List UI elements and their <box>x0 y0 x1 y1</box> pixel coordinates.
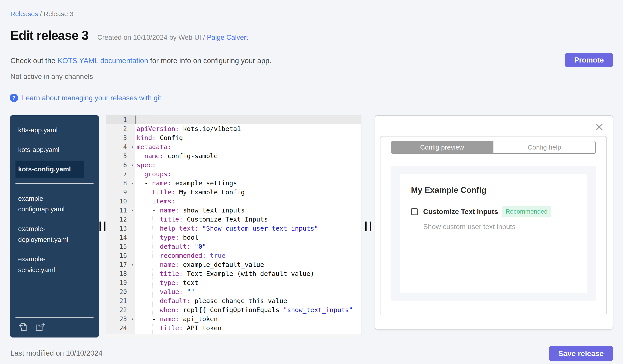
file-tab-example-service.yaml[interactable]: example-service.yaml <box>16 250 84 279</box>
code-line-text[interactable]: title: Customize Text Inputs <box>135 215 361 224</box>
fold-arrow-icon[interactable]: ▾ <box>131 142 134 152</box>
line-number: 21 <box>106 296 135 305</box>
release-editor-area: k8s-app.yamlkots-app.yamlkots-config.yam… <box>10 115 613 338</box>
code-line-text[interactable]: title: API token <box>135 324 361 333</box>
file-tab-kots-config.yaml[interactable]: kots-config.yaml <box>16 161 84 178</box>
line-number: 8▾ <box>106 179 135 188</box>
code-line-text[interactable]: when: repl{{ ConfigOptionEquals "show_te… <box>135 305 361 315</box>
code-line-text[interactable]: default: "0" <box>135 242 361 251</box>
code-line-text[interactable]: - name: example_settings <box>135 179 361 188</box>
code-line: 7 groups: <box>106 170 361 179</box>
text-cursor <box>135 116 136 124</box>
code-line-text[interactable]: apiVersion: kots.io/v1beta1 <box>135 124 361 133</box>
file-tab-example-deployment.yaml[interactable]: example-deployment.yaml <box>16 220 84 248</box>
line-number: 12 <box>106 215 135 224</box>
code-line-text[interactable]: spec: <box>135 161 361 170</box>
indent-guide <box>152 251 153 260</box>
fold-arrow-icon[interactable]: ▾ <box>131 179 134 188</box>
file-tab-example-configmap.yaml[interactable]: example-configmap.yaml <box>16 190 84 218</box>
line-number: 11▾ <box>106 206 135 215</box>
line-number: 23▾ <box>106 315 135 324</box>
file-tab-k8s-app.yaml[interactable]: k8s-app.yaml <box>16 121 84 139</box>
author-link[interactable]: Paige Calvert <box>207 34 248 41</box>
indent-guide <box>152 305 153 315</box>
code-line-text[interactable]: - name: show_text_inputs <box>135 206 361 215</box>
code-line-text[interactable]: groups: <box>135 170 361 179</box>
breadcrumb-separator: / <box>38 10 44 18</box>
file-tab-kots-app.yaml[interactable]: kots-app.yaml <box>16 141 84 159</box>
close-icon[interactable] <box>595 123 604 132</box>
line-number: 10 <box>106 197 135 206</box>
tab-config-help[interactable]: Config help <box>493 141 596 154</box>
fold-arrow-icon[interactable]: ▾ <box>131 315 134 324</box>
breadcrumb: Releases / Release 3 <box>10 10 73 18</box>
fold-arrow-icon[interactable]: ▾ <box>131 161 134 170</box>
customize-text-inputs-checkbox[interactable] <box>411 208 418 215</box>
code-line-text[interactable]: - name: example_default_value <box>135 260 361 269</box>
config-item-help-text: Show custom user text inputs <box>423 223 576 231</box>
created-text: Created on 10/10/2024 by Web UI / <box>97 34 205 41</box>
line-number: 4▾ <box>106 142 135 152</box>
line-number: 22 <box>106 305 135 315</box>
code-line-text[interactable]: default: please change this value <box>135 296 361 305</box>
doc-suffix: for more info on configuring your app. <box>148 57 271 65</box>
git-releases-help-link[interactable]: Learn about managing your releases with … <box>22 94 161 102</box>
code-line: 9 title: My Example Config <box>106 188 361 197</box>
code-line: 4▾metadata: <box>106 142 361 152</box>
code-line-text[interactable]: value: "" <box>135 287 361 296</box>
left-resize-gap <box>99 115 106 338</box>
last-modified-text: Last modified on 10/10/2024 <box>10 349 102 357</box>
code-line: 24 title: API token <box>106 324 361 333</box>
promote-button[interactable]: Promote <box>565 53 613 67</box>
tab-config-preview[interactable]: Config preview <box>391 141 493 154</box>
code-line: 16 recommended: true <box>106 251 361 260</box>
code-line-text[interactable]: title: My Example Config <box>135 188 361 197</box>
fold-arrow-icon[interactable]: ▾ <box>131 260 134 269</box>
code-line-text[interactable]: metadata: <box>135 142 361 152</box>
code-line-text[interactable]: help_text: "Show custom user text inputs… <box>135 224 361 233</box>
fold-arrow-icon[interactable]: ▾ <box>131 206 134 215</box>
kots-yaml-doc-link[interactable]: KOTS YAML documentation <box>58 57 148 65</box>
line-number: 6▾ <box>106 161 135 170</box>
file-list-divider <box>16 183 93 184</box>
code-line-text[interactable]: kind: Config <box>135 133 361 142</box>
left-drag-handle[interactable] <box>99 222 106 231</box>
config-render-area: My Example Config Customize Text Inputs … <box>391 166 596 301</box>
code-line-text[interactable]: title: Text Example (with default value) <box>135 269 361 278</box>
title-row: Edit release 3 Created on 10/10/2024 by … <box>10 28 248 43</box>
indent-guide <box>152 233 153 242</box>
line-number: 5 <box>106 152 135 161</box>
code-line-text[interactable]: - name: api_token <box>135 315 361 324</box>
yaml-code-editor[interactable]: 1---2apiVersion: kots.io/v1beta13kind: C… <box>106 115 361 338</box>
code-line-text[interactable]: items: <box>135 197 361 206</box>
code-line-text[interactable]: type: text <box>135 278 361 287</box>
line-number: 20 <box>106 287 135 296</box>
code-line: 11▾ - name: show_text_inputs <box>106 206 361 215</box>
indent-guide <box>152 224 153 233</box>
code-line-text[interactable]: --- <box>135 115 361 124</box>
code-line-text[interactable]: type: bool <box>135 233 361 242</box>
code-line-text[interactable]: recommended: true <box>135 251 361 260</box>
indent-guide <box>152 215 153 224</box>
right-drag-handle[interactable] <box>365 222 371 231</box>
git-help-row: ? Learn about managing your releases wit… <box>10 94 161 102</box>
page-title: Edit release 3 <box>10 28 89 43</box>
line-number: 9 <box>106 188 135 197</box>
created-meta: Created on 10/10/2024 by Web UI / Paige … <box>97 34 248 41</box>
breadcrumb-releases-link[interactable]: Releases <box>10 10 38 18</box>
config-item-label[interactable]: Customize Text Inputs <box>423 208 498 216</box>
code-line: 22 when: repl{{ ConfigOptionEquals "show… <box>106 305 361 315</box>
line-number: 14 <box>106 233 135 242</box>
save-release-button[interactable]: Save release <box>549 346 613 361</box>
indent-guide <box>152 242 153 251</box>
file-tree-footer <box>16 317 93 338</box>
code-line: 21 default: please change this value <box>106 296 361 305</box>
code-line: 14 type: bool <box>106 233 361 242</box>
line-number: 1 <box>106 115 135 124</box>
indent-guide <box>152 296 153 305</box>
new-folder-icon[interactable] <box>35 322 45 332</box>
code-line-text[interactable]: name: config-sample <box>135 152 361 161</box>
new-file-icon[interactable] <box>18 322 28 332</box>
indent-guide <box>152 278 153 287</box>
editor-horizontal-scrollbar[interactable] <box>106 334 361 338</box>
